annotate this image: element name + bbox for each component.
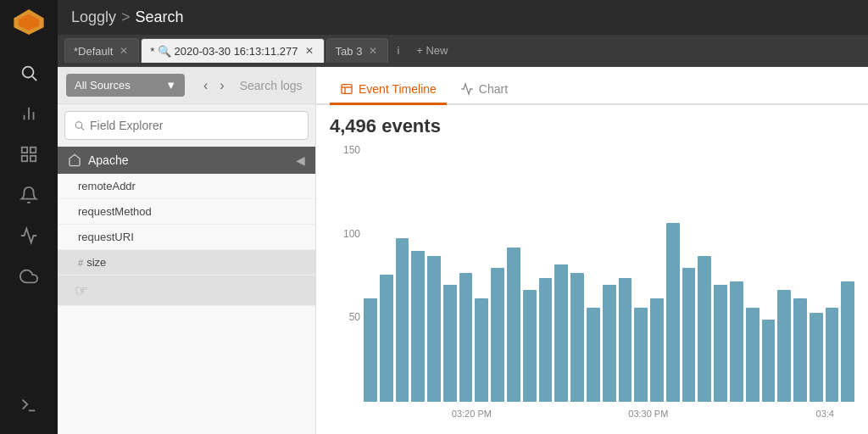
chart-bar	[841, 281, 854, 402]
svg-rect-10	[31, 156, 36, 161]
tab-default-close[interactable]: ✕	[118, 44, 130, 58]
chart-bar	[762, 320, 776, 402]
chart-bar	[570, 273, 584, 402]
chart-icon	[460, 82, 474, 96]
new-tab-button[interactable]: + New	[408, 41, 456, 60]
sidebar-item-search[interactable]	[8, 54, 49, 92]
field-explorer-input[interactable]	[90, 119, 299, 132]
y-label-100: 100	[343, 228, 360, 240]
chart-bar	[523, 290, 537, 402]
chart-bar	[810, 313, 823, 402]
header: Loggly > Search	[58, 0, 868, 35]
sidebar-item-alerts[interactable]	[8, 176, 49, 214]
chart-bar	[491, 268, 504, 402]
sidebar-item-terminal[interactable]	[8, 387, 49, 424]
chart-bar	[427, 256, 441, 402]
x-label-2: 03:30 PM	[628, 409, 668, 419]
field-item-requestmethod[interactable]: requestMethod	[58, 199, 315, 225]
chart-bar	[507, 248, 520, 402]
tab-info-button[interactable]: i	[390, 41, 406, 60]
source-dropdown[interactable]: All Sources ▼	[66, 74, 185, 97]
chart-bar	[396, 238, 409, 402]
tab-query-close[interactable]: ✕	[303, 44, 315, 58]
chart-bar	[777, 290, 791, 402]
logo	[12, 7, 46, 37]
chart-bar	[364, 298, 377, 402]
field-item-remoteaddr[interactable]: remoteAddr	[58, 174, 315, 199]
tab-query-label: * 🔍 2020-03-30 16:13:11.277	[150, 45, 298, 58]
y-label-50: 50	[349, 311, 360, 323]
chart-bar	[587, 308, 600, 402]
chart-area: 4,496 events 150 100 50 03:20 P	[316, 105, 868, 434]
chart-bar	[380, 275, 393, 402]
page-title: Search	[136, 8, 184, 26]
chart-bar	[539, 278, 553, 402]
cursor-indicator: ☞	[75, 281, 88, 300]
tab-query[interactable]: * 🔍 2020-03-30 16:13:11.277 ✕	[141, 38, 324, 63]
tab-3[interactable]: Tab 3 ✕	[326, 38, 389, 63]
tab-default[interactable]: *Default ✕	[64, 38, 139, 63]
field-item-size[interactable]: # size	[58, 250, 315, 275]
chart-bar	[826, 308, 839, 402]
field-explorer-search-icon	[74, 120, 85, 131]
field-name: size	[86, 256, 106, 269]
tab-3-label: Tab 3	[336, 45, 363, 58]
chart-bar	[682, 268, 696, 402]
sidebar-item-analytics[interactable]	[8, 95, 49, 132]
svg-point-12	[75, 122, 82, 129]
svg-rect-9	[22, 156, 27, 161]
source-dropdown-arrow: ▼	[165, 79, 176, 92]
chart-bar	[793, 298, 807, 402]
tab-chart-label: Chart	[479, 82, 508, 96]
tab-event-timeline-label: Event Timeline	[359, 82, 437, 96]
tab-bar: *Default ✕ * 🔍 2020-03-30 16:13:11.277 ✕…	[58, 35, 868, 67]
field-item-requesturi[interactable]: requestURI	[58, 225, 315, 250]
svg-line-13	[81, 127, 84, 130]
sidebar-item-cloud[interactable]	[8, 258, 49, 295]
svg-rect-14	[342, 85, 352, 94]
chart-bar	[698, 256, 711, 402]
field-explorer-bar	[64, 111, 309, 140]
chart-bars-area	[364, 144, 854, 403]
fields-list: remoteAddr requestMethod requestURI # si…	[58, 174, 315, 434]
timeline-icon	[340, 82, 353, 96]
chart-x-labels: 03:20 PM 03:30 PM 03:4	[364, 403, 854, 424]
sidebar-item-apps[interactable]	[8, 136, 49, 173]
nav-forward-button[interactable]: ›	[214, 76, 229, 95]
chart-bar	[634, 308, 648, 402]
chart-bar	[650, 298, 664, 402]
x-label-3: 03:4	[816, 409, 834, 419]
chart-bar	[666, 223, 680, 402]
sidebar-item-activity[interactable]	[8, 217, 49, 254]
main-area: Loggly > Search *Default ✕ * 🔍 2020-03-3…	[58, 0, 868, 434]
tab-chart[interactable]: Chart	[450, 75, 518, 105]
breadcrumb: Loggly > Search	[71, 8, 184, 26]
sidebar-nav	[0, 54, 58, 295]
app-name: Loggly	[71, 8, 116, 26]
content-area: All Sources ▼ ‹ › Search logs	[58, 67, 868, 434]
bars-wrapper	[364, 144, 854, 403]
tab-event-timeline[interactable]: Event Timeline	[330, 75, 447, 105]
field-item-cursor[interactable]: ☞	[58, 275, 315, 306]
event-count: 4,496 events	[330, 115, 854, 137]
apache-icon	[68, 153, 81, 167]
sidebar-bottom	[8, 387, 49, 434]
svg-point-2	[23, 67, 34, 78]
chart-bar	[411, 251, 425, 402]
y-label-150: 150	[343, 144, 360, 156]
chart-bar	[443, 285, 457, 402]
tab-default-label: *Default	[74, 45, 113, 58]
svg-rect-7	[22, 147, 27, 153]
right-panel: Event Timeline Chart 4,496 events 150 10…	[316, 67, 868, 434]
chart-bar	[619, 278, 632, 402]
source-section: Apache ◀	[58, 147, 315, 174]
nav-back-button[interactable]: ‹	[198, 76, 213, 95]
source-dropdown-label: All Sources	[75, 79, 131, 92]
tab-3-close[interactable]: ✕	[367, 44, 379, 58]
collapse-button[interactable]: ◀	[296, 153, 305, 167]
breadcrumb-separator: >	[121, 8, 131, 26]
field-name: requestMethod	[78, 205, 152, 218]
search-logs-label: Search logs	[240, 79, 303, 92]
chart-container: 150 100 50 03:20 PM 03:30 PM 03:4	[330, 144, 854, 424]
chart-bar	[603, 285, 616, 402]
